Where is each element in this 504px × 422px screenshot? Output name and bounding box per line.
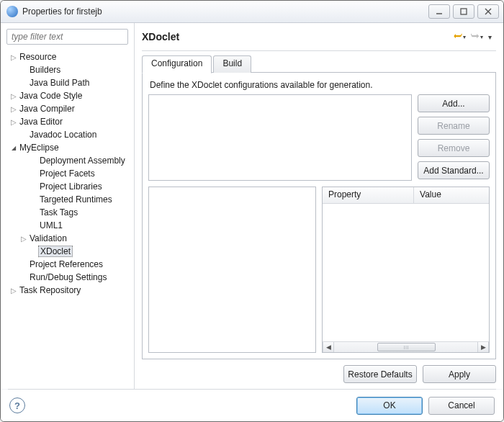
tree-item-label: UML1 (38, 220, 64, 230)
twisty-closed-icon[interactable]: ▷ (19, 235, 28, 243)
tree-item-label: Resource (18, 52, 58, 62)
svg-rect-1 (461, 9, 467, 14)
settings-page: XDoclet ⮨ ▾ ⮩ ▾ ▾ Configuration Build De… (135, 23, 503, 389)
back-icon[interactable]: ⮨ (454, 32, 462, 42)
scroll-thumb[interactable] (377, 343, 436, 351)
tree-item[interactable]: ▷Deployment Assembly (4, 154, 131, 167)
cancel-button[interactable]: Cancel (428, 397, 495, 415)
tree-item[interactable]: ▷UML1 (4, 219, 131, 232)
app-icon (6, 6, 18, 17)
twisty-closed-icon[interactable]: ▷ (9, 105, 18, 113)
twisty-closed-icon[interactable]: ▷ (9, 53, 18, 61)
tree-item-label: Java Build Path (28, 78, 91, 88)
tree-item[interactable]: ▷Project Libraries (4, 180, 131, 193)
navigation-pane: ▷Resource▷Builders▷Java Build Path▷Java … (1, 23, 135, 389)
forward-menu-icon[interactable]: ▾ (480, 34, 483, 40)
tree-item-label: Project Libraries (38, 181, 104, 192)
add-standard-button[interactable]: Add Standard... (418, 161, 490, 179)
tree-item-label: Task Repository (18, 285, 82, 295)
scroll-right-icon[interactable]: ▶ (477, 342, 489, 352)
dialog-footer: ? OK Cancel (1, 390, 503, 421)
configurations-list[interactable] (148, 94, 412, 181)
forward-icon[interactable]: ⮩ (471, 32, 480, 42)
back-menu-icon[interactable]: ▾ (463, 34, 466, 40)
tree-item[interactable]: ▷XDoclet (4, 245, 131, 258)
detail-list[interactable] (148, 187, 316, 353)
tree-item-label: Javadoc Location (28, 130, 98, 140)
twisty-closed-icon[interactable]: ▷ (9, 92, 18, 100)
tree-item-label: Deployment Assembly (38, 156, 127, 166)
twisty-open-icon[interactable]: ◢ (9, 145, 18, 151)
tree-item-label: Java Code Style (18, 91, 84, 101)
tree-item[interactable]: ▷Java Build Path (4, 76, 131, 89)
tree-item-label: Validation (28, 233, 68, 243)
tree-item-label: Project References (28, 259, 104, 269)
close-button[interactable] (477, 4, 499, 19)
tab-configuration[interactable]: Configuration (142, 55, 212, 73)
tree-item-label: Builders (28, 65, 62, 75)
twisty-closed-icon[interactable]: ▷ (9, 118, 18, 126)
twisty-closed-icon[interactable]: ▷ (9, 287, 18, 295)
tree-item[interactable]: ▷Run/Debug Settings (4, 271, 131, 284)
restore-defaults-button[interactable]: Restore Defaults (343, 365, 417, 383)
tree-item[interactable]: ▷Java Code Style (4, 89, 131, 102)
properties-dialog: Properties for firstejb ▷Resource▷Builde… (0, 0, 504, 422)
tree-item[interactable]: ▷Resource (4, 50, 131, 63)
tree-item-label: XDoclet (38, 246, 73, 257)
page-description: Define the XDoclet configurations availa… (150, 80, 490, 90)
horizontal-scrollbar[interactable]: ◀ ▶ (323, 341, 489, 352)
ok-button[interactable]: OK (356, 397, 423, 415)
scroll-left-icon[interactable]: ◀ (323, 342, 334, 352)
tabs: Configuration Build (142, 55, 496, 73)
property-column-header[interactable]: Property (323, 187, 414, 203)
help-icon[interactable]: ? (9, 398, 25, 413)
tab-panel: Define the XDoclet configurations availa… (142, 73, 496, 359)
settings-tree[interactable]: ▷Resource▷Builders▷Java Build Path▷Java … (1, 50, 134, 389)
rename-button[interactable]: Rename (418, 117, 490, 135)
tree-item[interactable]: ▷Javadoc Location (4, 128, 131, 141)
tree-item-label: Targeted Runtimes (38, 194, 114, 205)
property-table[interactable]: Property Value ◀ ▶ (322, 187, 490, 353)
titlebar: Properties for firstejb (1, 1, 503, 23)
dialog-body: ▷Resource▷Builders▷Java Build Path▷Java … (1, 23, 503, 389)
add-button[interactable]: Add... (418, 94, 490, 112)
property-table-body[interactable] (323, 204, 489, 341)
filter-input[interactable] (6, 29, 128, 45)
tree-item[interactable]: ▷Builders (4, 63, 131, 76)
tab-build[interactable]: Build (213, 55, 251, 73)
history-nav: ⮨ ▾ ⮩ ▾ ▾ (454, 32, 496, 42)
tree-item-label: Task Tags (38, 207, 79, 217)
tree-item[interactable]: ▷Validation (4, 232, 131, 245)
apply-button[interactable]: Apply (423, 365, 496, 383)
tree-item-label: MyEclipse (18, 143, 60, 153)
tree-item-label: Project Facets (38, 169, 96, 179)
tree-item-label: Java Compiler (18, 104, 76, 114)
tree-item-label: Run/Debug Settings (28, 272, 108, 282)
tree-item[interactable]: ▷Java Editor (4, 115, 131, 128)
tree-item[interactable]: ▷Task Repository (4, 284, 131, 297)
tree-item[interactable]: ▷Task Tags (4, 206, 131, 219)
tree-item[interactable]: ◢MyEclipse (4, 141, 131, 154)
page-heading: XDoclet (142, 31, 454, 42)
tree-item[interactable]: ▷Project Facets (4, 167, 131, 180)
value-column-header[interactable]: Value (414, 187, 489, 203)
page-menu-icon[interactable]: ▾ (488, 33, 492, 41)
maximize-button[interactable] (453, 4, 474, 19)
window-title: Properties for firstejb (22, 6, 428, 17)
tree-item[interactable]: ▷Java Compiler (4, 102, 131, 115)
property-table-header: Property Value (323, 187, 489, 204)
remove-button[interactable]: Remove (418, 139, 490, 157)
minimize-button[interactable] (428, 4, 450, 19)
tree-item[interactable]: ▷Targeted Runtimes (4, 193, 131, 206)
tree-item[interactable]: ▷Project References (4, 258, 131, 271)
tree-item-label: Java Editor (18, 117, 64, 127)
